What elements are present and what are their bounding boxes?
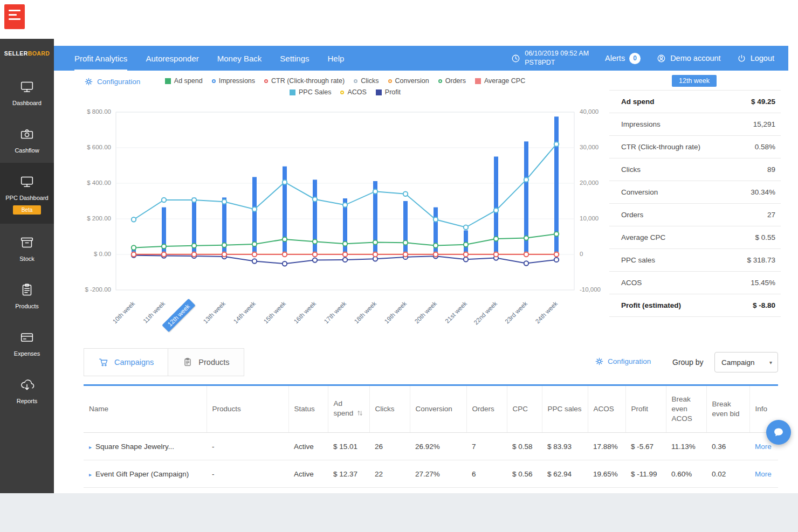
col-label: Name	[89, 405, 108, 413]
more-link[interactable]: More	[755, 470, 772, 478]
group-by-select[interactable]: Campaign ▾	[714, 352, 778, 372]
col-break-even-bid[interactable]: Break even bid	[706, 385, 749, 433]
col-label: Profit	[631, 405, 649, 413]
col-status[interactable]: Status	[288, 385, 328, 433]
ppc-chart[interactable]	[114, 107, 576, 297]
table-row: ▸Square Shape Jewelry...-Active$ 15.0126…	[84, 433, 778, 460]
legend-average-cpc[interactable]: Average CPC	[475, 77, 525, 85]
summary-value: 15.45%	[751, 279, 775, 287]
col-profit[interactable]: Profit	[625, 385, 666, 433]
legend-marker	[354, 79, 357, 83]
col-clicks[interactable]: Clicks	[369, 385, 410, 433]
campaigns-table-wrap: NameProductsStatusAd spendClicksConversi…	[84, 384, 778, 488]
sidebar-item-expenses[interactable]: Expenses	[0, 319, 54, 366]
selected-week-badge: 12th week	[672, 75, 717, 87]
summary-label: Conversion	[621, 188, 658, 196]
y-axis-tick-left: $ 400.00	[78, 179, 111, 186]
nav-autoresponder[interactable]: Autoresponder	[146, 46, 198, 71]
brand-logo[interactable]: SELLERBOARD	[0, 39, 54, 68]
legend-ppc-sales[interactable]: PPC Sales	[290, 88, 331, 96]
cell: $ 83.93	[547, 443, 572, 451]
cell: 6	[472, 470, 476, 478]
summary-row-conversion: Conversion30.34%	[609, 181, 781, 204]
logout-button[interactable]: Logout	[737, 54, 774, 63]
col-label: Status	[294, 405, 315, 413]
col-ppc-sales[interactable]: PPC sales	[542, 385, 588, 433]
sort-icon[interactable]	[356, 410, 363, 419]
sidebar-item-ppc-dashboard[interactable]: PPC DashboardBeta	[0, 163, 54, 224]
nav-settings[interactable]: Settings	[280, 46, 309, 71]
top-nav: Profit AnalyticsAutoresponderMoney BackS…	[54, 46, 788, 71]
y-axis-tick-right: -10,000	[580, 286, 601, 293]
legend-orders[interactable]: Orders	[438, 77, 466, 85]
summary-row-ad-spend: Ad spend$ 49.25	[609, 91, 781, 113]
nav-help[interactable]: Help	[328, 46, 345, 71]
more-link[interactable]: More	[755, 443, 772, 451]
cell: 22	[375, 470, 383, 478]
tab-campaigns[interactable]: Campaigns	[84, 348, 168, 376]
chat-widget-button[interactable]	[766, 420, 791, 445]
legend-label: Ad spend	[174, 77, 203, 85]
legend-acos[interactable]: ACOS	[340, 88, 366, 96]
legend-profit[interactable]: Profit	[376, 88, 401, 96]
alerts-button[interactable]: Alerts 0	[605, 53, 641, 64]
col-conversion[interactable]: Conversion	[410, 385, 466, 433]
expand-arrow-icon[interactable]: ▸	[89, 472, 92, 478]
top-nav-menu: Profit AnalyticsAutoresponderMoney BackS…	[74, 46, 344, 71]
products-icon	[19, 282, 35, 298]
group-by-label: Group by	[672, 358, 704, 367]
sidebar-item-cashflow[interactable]: Cashflow	[0, 115, 54, 163]
col-products[interactable]: Products	[207, 385, 288, 433]
legend-conversion[interactable]: Conversion	[388, 77, 429, 85]
configuration-label: Configuration	[608, 357, 651, 365]
legend-label: Average CPC	[484, 77, 525, 85]
cell: Active	[294, 470, 314, 478]
cell: 7	[472, 443, 476, 451]
sidebar-nav: DashboardCashflowPPC DashboardBetaStockP…	[0, 68, 54, 413]
sidebar-item-reports[interactable]: Reports	[0, 366, 54, 413]
summary-row-impressions: Impressions15,291	[609, 113, 781, 136]
nav-profit-analytics[interactable]: Profit Analytics	[74, 46, 127, 71]
x-axis-label-selected[interactable]: 12th week	[162, 299, 196, 333]
legend-label: Profit	[385, 88, 401, 96]
cell: $ 0.56	[512, 470, 533, 478]
alerts-count-badge: 0	[629, 53, 641, 64]
legend-impressions[interactable]: Impressions	[212, 77, 255, 85]
col-ad-spend[interactable]: Ad spend	[328, 385, 369, 433]
legend-clicks[interactable]: Clicks	[354, 77, 379, 85]
summary-row-acos: ACOS15.45%	[609, 272, 781, 294]
col-break-even-acos[interactable]: Break even ACOS	[666, 385, 706, 433]
legend-label: PPC Sales	[299, 88, 331, 96]
demo-account-button[interactable]: Demo account	[657, 54, 721, 63]
summary-label: Orders	[621, 211, 643, 219]
power-icon	[737, 54, 746, 63]
col-cpc[interactable]: CPC	[507, 385, 542, 433]
sidebar-item-products[interactable]: Products	[0, 271, 54, 319]
summary-value: 27	[767, 211, 775, 219]
sidebar-item-label: PPC Dashboard	[2, 195, 52, 201]
col-acos[interactable]: ACOS	[588, 385, 625, 433]
sidebar-item-label: Products	[2, 303, 52, 309]
bottom-tabs: CampaignsProducts	[84, 348, 244, 376]
gear-icon	[595, 357, 604, 366]
expand-arrow-icon[interactable]: ▸	[89, 444, 92, 450]
cell: $ 62.94	[547, 470, 572, 478]
y-axis-tick-left: $ 800.00	[78, 108, 111, 115]
group-by-value: Campaign	[721, 358, 755, 367]
cashflow-icon	[19, 126, 35, 142]
tab-label: Products	[198, 358, 229, 367]
col-name[interactable]: Name	[84, 385, 207, 433]
summary-value: 30.34%	[751, 188, 775, 196]
table-configuration-button[interactable]: Configuration	[595, 357, 651, 366]
main-content: Configuration Ad spendImpressionsCTR (Cl…	[54, 71, 788, 493]
sidebar-item-dashboard[interactable]: Dashboard	[0, 68, 54, 115]
alerts-label: Alerts	[605, 54, 625, 63]
brand-board: BOARD	[28, 50, 50, 57]
nav-money-back[interactable]: Money Back	[217, 46, 262, 71]
y-axis-tick-right: 0	[580, 251, 583, 257]
sidebar-item-stock[interactable]: Stock	[0, 224, 54, 271]
legend-ctr-click-through-rate[interactable]: CTR (Click-through rate)	[264, 77, 345, 85]
tab-products[interactable]: Products	[168, 348, 244, 376]
col-orders[interactable]: Orders	[466, 385, 507, 433]
legend-ad-spend[interactable]: Ad spend	[165, 77, 203, 85]
